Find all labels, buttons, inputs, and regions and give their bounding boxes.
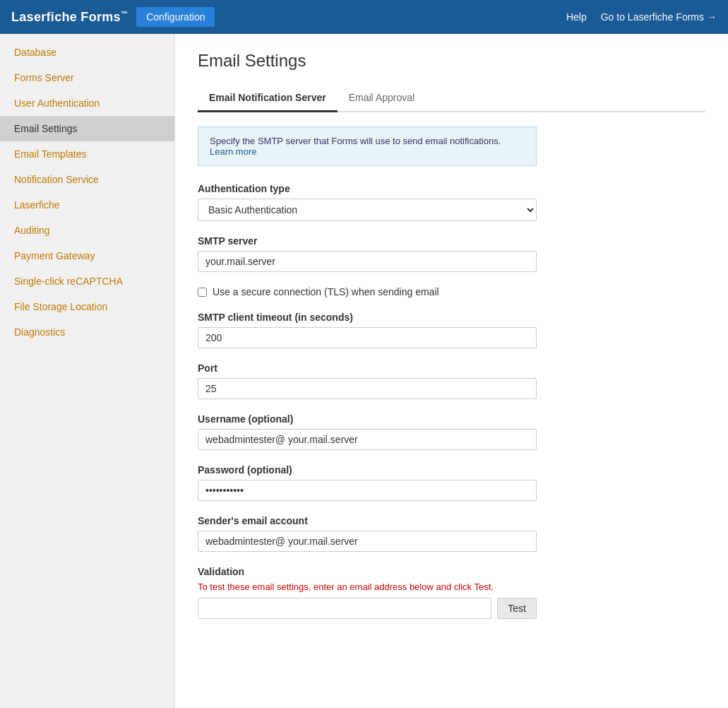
tab-email-approval[interactable]: Email Approval [338, 85, 426, 112]
brand-logo: Laserfiche Forms™ [11, 10, 128, 25]
sidebar-item-email-templates[interactable]: Email Templates [0, 141, 174, 167]
header-right: Help Go to Laserfiche Forms → [566, 11, 717, 23]
page-title: Email Settings [198, 51, 705, 71]
sidebar-item-forms-server[interactable]: Forms Server [0, 65, 174, 90]
sidebar-item-database[interactable]: Database [0, 40, 174, 65]
port-group: Port [198, 362, 705, 399]
info-box-text: Specify the SMTP server that Forms will … [210, 136, 501, 146]
header-left: Laserfiche Forms™ Configuration [11, 7, 215, 27]
tls-checkbox-label[interactable]: Use a secure connection (TLS) when sendi… [213, 286, 439, 297]
auth-type-label: Authentication type [198, 183, 705, 194]
smtp-server-label: SMTP server [198, 235, 705, 247]
sidebar-item-single-click-recaptcha[interactable]: Single-click reCAPTCHA [0, 269, 174, 294]
password-label: Password (optional) [198, 464, 705, 476]
sidebar: Database Forms Server User Authenticatio… [0, 34, 175, 708]
username-input[interactable] [198, 429, 537, 450]
layout: Database Forms Server User Authenticatio… [0, 34, 728, 708]
validation-label: Validation [198, 566, 705, 577]
sidebar-item-payment-gateway[interactable]: Payment Gateway [0, 243, 174, 269]
validation-row: Test [198, 598, 537, 619]
sidebar-item-file-storage-location[interactable]: File Storage Location [0, 294, 174, 319]
sender-email-label: Sender's email account [198, 515, 705, 526]
goto-forms-link[interactable]: Go to Laserfiche Forms → [601, 11, 717, 23]
learn-more-link[interactable]: Learn more [210, 146, 256, 157]
auth-type-group: Authentication type Basic Authentication… [198, 183, 705, 221]
port-input[interactable] [198, 378, 537, 399]
sidebar-item-user-authentication[interactable]: User Authentication [0, 90, 174, 116]
smtp-timeout-input[interactable] [198, 327, 537, 348]
smtp-server-input[interactable] [198, 251, 537, 272]
tab-email-notification-server[interactable]: Email Notification Server [198, 85, 338, 112]
sender-email-group: Sender's email account [198, 515, 705, 552]
validation-group: Validation To test these email settings,… [198, 566, 705, 619]
smtp-timeout-label: SMTP client timeout (in seconds) [198, 312, 705, 323]
password-group: Password (optional) [198, 464, 705, 501]
help-link[interactable]: Help [566, 11, 587, 23]
tls-checkbox-row: Use a secure connection (TLS) when sendi… [198, 286, 537, 297]
password-input[interactable] [198, 480, 537, 501]
validation-desc: To test these email settings, enter an e… [198, 582, 705, 592]
username-label: Username (optional) [198, 413, 705, 425]
sidebar-item-notification-service[interactable]: Notification Service [0, 167, 174, 192]
sidebar-item-laserfiche[interactable]: Laserfiche [0, 192, 174, 218]
smtp-server-group: SMTP server [198, 235, 705, 272]
sidebar-item-diagnostics[interactable]: Diagnostics [0, 319, 174, 345]
tls-checkbox[interactable] [198, 288, 207, 297]
test-button[interactable]: Test [497, 598, 537, 619]
info-box: Specify the SMTP server that Forms will … [198, 126, 537, 166]
sender-email-input[interactable] [198, 531, 537, 552]
main-content: Email Settings Email Notification Server… [175, 34, 728, 708]
username-group: Username (optional) [198, 413, 705, 450]
sidebar-item-auditing[interactable]: Auditing [0, 218, 174, 243]
auth-type-select[interactable]: Basic Authentication OAuth 2.0 Anonymous [198, 199, 537, 221]
sidebar-item-email-settings[interactable]: Email Settings [0, 116, 174, 141]
smtp-timeout-group: SMTP client timeout (in seconds) [198, 312, 705, 348]
validation-email-input[interactable] [198, 598, 491, 619]
port-label: Port [198, 362, 705, 374]
configuration-button[interactable]: Configuration [136, 7, 215, 27]
tabs-container: Email Notification Server Email Approval [198, 85, 705, 112]
header: Laserfiche Forms™ Configuration Help Go … [0, 0, 728, 34]
